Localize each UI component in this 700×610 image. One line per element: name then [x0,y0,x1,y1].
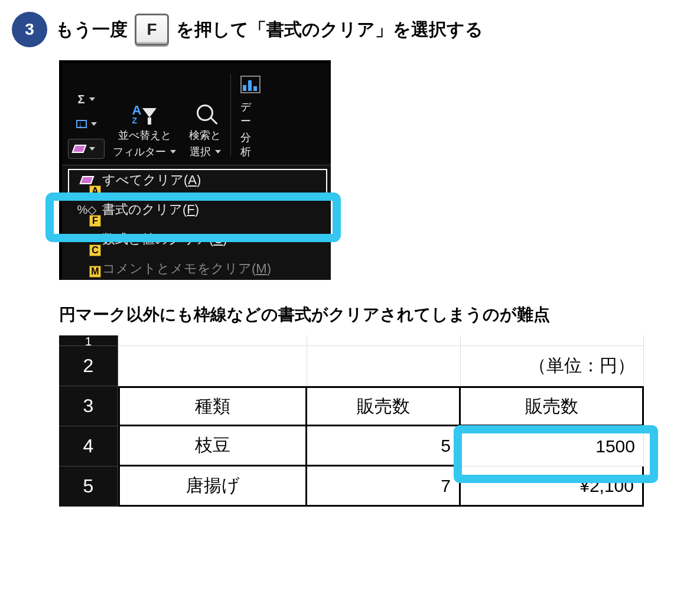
step-text-before: もう一度 [56,18,128,42]
sort-filter-button[interactable]: AZ 並べ替えと フィルター [108,100,181,159]
cell-count-edamame[interactable]: 5 [307,426,461,467]
row-header-4[interactable]: 4 [59,426,118,467]
cell-header-type[interactable]: 種類 [118,386,307,426]
chevron-down-icon [89,147,95,151]
chevron-down-icon [91,122,97,126]
chevron-down-icon [89,97,95,101]
cell-amount-edamame[interactable]: 1500 [461,426,644,467]
menu-tail: ) [195,202,199,217]
sort-az-icon: AZ [132,103,142,123]
autosum-button[interactable]: Σ [68,89,105,109]
menu-tail: ) [197,172,201,187]
chevron-down-icon [170,150,176,154]
cell[interactable] [118,335,307,346]
step-text-after: を押して「書式のクリア」を選択する [176,18,483,42]
step-heading: 3 もう一度 F を押して「書式のクリア」を選択する [12,12,688,47]
row-header-1[interactable]: 1 [59,335,118,346]
ribbon-small-column: Σ [68,89,105,159]
chart-icon [240,76,261,93]
key-hint-m: M [89,266,101,278]
cell-count-karaage[interactable]: 7 [307,467,461,507]
cell-item-edamame[interactable]: 枝豆 [118,426,307,467]
menu-label: 書式のクリア( [102,202,187,217]
find-select-label-2: 選択 [190,145,211,159]
row-header-5[interactable]: 5 [59,467,118,507]
menu-accel-letter: C [213,231,223,246]
note-text: 円マーク以外にも枠線などの書式がクリアされてしまうのが難点 [59,304,688,326]
data-analysis-button[interactable]: デー 分析 [236,71,265,159]
cell-item-karaage[interactable]: 唐揚げ [118,467,307,507]
filter-funnel-icon [142,108,157,118]
menu-tail: ) [267,261,271,276]
menu-accel-letter: A [188,172,197,187]
excel-ribbon-screenshot: Σ AZ 並べ替えと フィルター [59,60,331,280]
ribbon-editing-group: Σ AZ 並べ替えと フィルター [62,69,331,165]
menu-item-clear-formats[interactable]: %◇ 書式のクリア(F) F [62,195,331,224]
cell-amount-karaage[interactable]: ¥2,100 [461,467,644,507]
menu-accel-letter: M [256,261,266,276]
step-number-badge: 3 [12,12,47,47]
eraser-icon [71,145,86,153]
chevron-down-icon [215,150,221,154]
clear-dropdown-menu: すべてクリア(A) A %◇ 書式のクリア(F) F 数式と値のクリア(C) C… [62,165,331,280]
cell[interactable] [307,335,461,346]
menu-tail: ) [223,231,227,246]
sort-filter-label-2: フィルター [113,145,166,159]
fill-down-icon [76,120,87,128]
row-header-3[interactable]: 3 [59,386,118,426]
sheet-grid: 1 2 （単位：円） 3 種類 販売数 販売数 4 枝豆 5 1500 5 唐揚… [59,335,656,507]
sort-filter-label-1: 並べ替えと [118,128,171,142]
menu-label: 数式と値のクリア( [102,231,213,246]
menu-item-clear-comments[interactable]: コメントとメモをクリア(M) M [62,254,331,279]
clear-button[interactable] [68,139,105,159]
menu-item-clear-all[interactable]: すべてクリア(A) A [62,165,331,195]
cell[interactable] [118,346,307,386]
cell[interactable] [307,346,461,386]
menu-label: すべてクリア( [102,172,188,187]
ribbon-divider [230,74,231,156]
sigma-icon: Σ [77,93,84,106]
row-header-2[interactable]: 2 [59,346,118,386]
cell-header-sales-count[interactable]: 販売数 [307,386,461,426]
magnifier-icon [197,105,213,121]
excel-sheet-screenshot: 1 2 （単位：円） 3 種類 販売数 販売数 4 枝豆 5 1500 5 唐揚… [59,335,656,507]
cell[interactable] [461,335,644,346]
data-label-1: デー [240,100,261,128]
menu-label: コメントとメモをクリア( [102,261,256,276]
step-instruction: もう一度 F を押して「書式のクリア」を選択する [56,14,483,45]
data-label-2: 分析 [240,131,261,159]
menu-accel-letter: F [187,202,194,217]
menu-item-clear-contents[interactable]: 数式と値のクリア(C) C [62,224,331,254]
find-select-button[interactable]: 検索と 選択 [184,100,226,159]
fill-button[interactable] [68,114,105,134]
keycap-f: F [135,14,169,45]
cell-header-sales-amount[interactable]: 販売数 [461,386,644,426]
cell-unit-label[interactable]: （単位：円） [461,346,644,386]
find-select-label-1: 検索と [189,128,221,142]
